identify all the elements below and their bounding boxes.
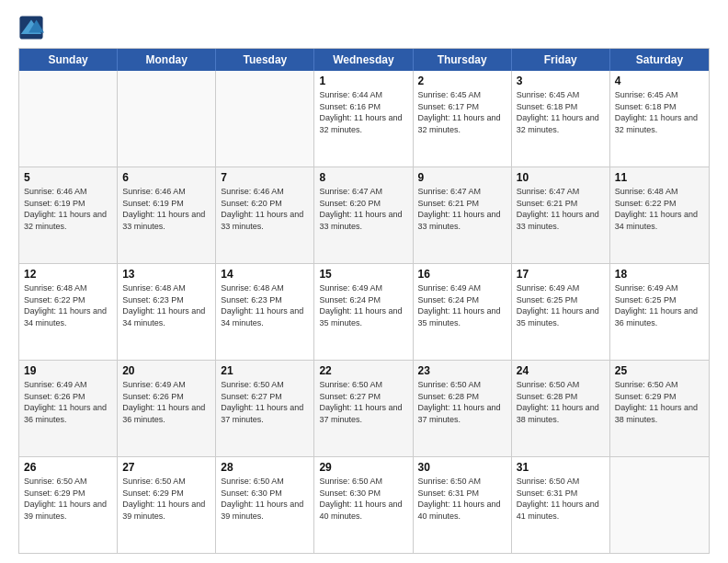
calendar-cell-day-30: 30Sunrise: 6:50 AM Sunset: 6:31 PM Dayli… (414, 457, 512, 553)
header-day-wednesday: Wednesday (314, 49, 413, 71)
cell-info: Sunrise: 6:49 AM Sunset: 6:24 PM Dayligh… (319, 282, 407, 328)
calendar-cell-day-4: 4Sunrise: 6:45 AM Sunset: 6:18 PM Daylig… (610, 71, 709, 167)
calendar-cell-day-20: 20Sunrise: 6:49 AM Sunset: 6:26 PM Dayli… (118, 361, 216, 456)
day-number: 26 (24, 461, 112, 474)
calendar-cell-empty (610, 457, 709, 553)
day-number: 25 (615, 364, 704, 377)
cell-info: Sunrise: 6:50 AM Sunset: 6:27 PM Dayligh… (319, 379, 407, 425)
day-number: 15 (319, 268, 407, 281)
cell-info: Sunrise: 6:50 AM Sunset: 6:29 PM Dayligh… (615, 379, 704, 425)
cell-info: Sunrise: 6:50 AM Sunset: 6:29 PM Dayligh… (24, 476, 112, 522)
day-number: 24 (517, 364, 605, 377)
cell-info: Sunrise: 6:50 AM Sunset: 6:29 PM Dayligh… (122, 476, 210, 522)
cell-info: Sunrise: 6:49 AM Sunset: 6:25 PM Dayligh… (517, 282, 605, 328)
calendar-cell-day-29: 29Sunrise: 6:50 AM Sunset: 6:30 PM Dayli… (314, 457, 413, 553)
calendar-cell-empty (216, 71, 314, 167)
calendar-cell-day-5: 5Sunrise: 6:46 AM Sunset: 6:19 PM Daylig… (19, 167, 118, 263)
calendar-cell-day-8: 8Sunrise: 6:47 AM Sunset: 6:20 PM Daylig… (314, 167, 413, 263)
header-day-saturday: Saturday (610, 49, 709, 71)
header-day-friday: Friday (512, 49, 610, 71)
calendar-cell-day-19: 19Sunrise: 6:49 AM Sunset: 6:26 PM Dayli… (19, 361, 118, 456)
calendar-cell-day-14: 14Sunrise: 6:48 AM Sunset: 6:23 PM Dayli… (216, 264, 314, 360)
day-number: 30 (418, 461, 506, 474)
cell-info: Sunrise: 6:50 AM Sunset: 6:27 PM Dayligh… (221, 379, 309, 425)
day-number: 17 (517, 268, 605, 281)
day-number: 16 (418, 268, 506, 281)
day-number: 14 (221, 268, 309, 281)
cell-info: Sunrise: 6:44 AM Sunset: 6:16 PM Dayligh… (319, 89, 407, 135)
calendar-row-4: 26Sunrise: 6:50 AM Sunset: 6:29 PM Dayli… (19, 456, 709, 553)
day-number: 9 (418, 171, 506, 184)
logo (18, 15, 46, 40)
calendar-cell-day-12: 12Sunrise: 6:48 AM Sunset: 6:22 PM Dayli… (19, 264, 118, 360)
day-number: 23 (418, 364, 506, 377)
cell-info: Sunrise: 6:49 AM Sunset: 6:25 PM Dayligh… (615, 282, 704, 328)
calendar-cell-day-11: 11Sunrise: 6:48 AM Sunset: 6:22 PM Dayli… (610, 167, 709, 263)
day-number: 8 (319, 171, 407, 184)
calendar-cell-empty (118, 71, 216, 167)
calendar-cell-day-18: 18Sunrise: 6:49 AM Sunset: 6:25 PM Dayli… (610, 264, 709, 360)
cell-info: Sunrise: 6:50 AM Sunset: 6:28 PM Dayligh… (517, 379, 605, 425)
day-number: 28 (221, 461, 309, 474)
day-number: 4 (615, 75, 704, 87)
calendar-cell-day-6: 6Sunrise: 6:46 AM Sunset: 6:19 PM Daylig… (118, 167, 216, 263)
day-number: 10 (517, 171, 605, 184)
cell-info: Sunrise: 6:48 AM Sunset: 6:22 PM Dayligh… (24, 282, 112, 328)
cell-info: Sunrise: 6:49 AM Sunset: 6:26 PM Dayligh… (122, 379, 210, 425)
calendar-cell-day-27: 27Sunrise: 6:50 AM Sunset: 6:29 PM Dayli… (118, 457, 216, 553)
day-number: 3 (517, 75, 605, 87)
cell-info: Sunrise: 6:47 AM Sunset: 6:21 PM Dayligh… (418, 186, 506, 232)
cell-info: Sunrise: 6:46 AM Sunset: 6:19 PM Dayligh… (122, 186, 210, 232)
day-number: 27 (122, 461, 210, 474)
calendar-row-1: 5Sunrise: 6:46 AM Sunset: 6:19 PM Daylig… (19, 167, 709, 263)
day-number: 2 (418, 75, 506, 87)
day-number: 11 (615, 171, 704, 184)
day-number: 18 (615, 268, 704, 281)
header (18, 15, 710, 40)
cell-info: Sunrise: 6:50 AM Sunset: 6:28 PM Dayligh… (418, 379, 506, 425)
calendar-cell-day-28: 28Sunrise: 6:50 AM Sunset: 6:30 PM Dayli… (216, 457, 314, 553)
header-day-sunday: Sunday (19, 49, 118, 71)
header-day-monday: Monday (118, 49, 216, 71)
cell-info: Sunrise: 6:45 AM Sunset: 6:17 PM Dayligh… (418, 89, 506, 135)
calendar-row-3: 19Sunrise: 6:49 AM Sunset: 6:26 PM Dayli… (19, 360, 709, 456)
calendar-cell-day-22: 22Sunrise: 6:50 AM Sunset: 6:27 PM Dayli… (314, 361, 413, 456)
calendar-cell-day-10: 10Sunrise: 6:47 AM Sunset: 6:21 PM Dayli… (512, 167, 610, 263)
calendar-cell-day-21: 21Sunrise: 6:50 AM Sunset: 6:27 PM Dayli… (216, 361, 314, 456)
day-number: 7 (221, 171, 309, 184)
cell-info: Sunrise: 6:45 AM Sunset: 6:18 PM Dayligh… (517, 89, 605, 135)
calendar-cell-day-31: 31Sunrise: 6:50 AM Sunset: 6:31 PM Dayli… (512, 457, 610, 553)
calendar-cell-day-23: 23Sunrise: 6:50 AM Sunset: 6:28 PM Dayli… (414, 361, 512, 456)
day-number: 5 (24, 171, 112, 184)
calendar-cell-day-26: 26Sunrise: 6:50 AM Sunset: 6:29 PM Dayli… (19, 457, 118, 553)
cell-info: Sunrise: 6:48 AM Sunset: 6:23 PM Dayligh… (122, 282, 210, 328)
cell-info: Sunrise: 6:50 AM Sunset: 6:30 PM Dayligh… (319, 476, 407, 522)
cell-info: Sunrise: 6:48 AM Sunset: 6:22 PM Dayligh… (615, 186, 704, 232)
day-number: 19 (24, 364, 112, 377)
day-number: 31 (517, 461, 605, 474)
cell-info: Sunrise: 6:50 AM Sunset: 6:31 PM Dayligh… (517, 476, 605, 522)
cell-info: Sunrise: 6:47 AM Sunset: 6:20 PM Dayligh… (319, 186, 407, 232)
calendar-row-2: 12Sunrise: 6:48 AM Sunset: 6:22 PM Dayli… (19, 263, 709, 360)
day-number: 13 (122, 268, 210, 281)
calendar: SundayMondayTuesdayWednesdayThursdayFrid… (18, 48, 710, 554)
calendar-cell-day-2: 2Sunrise: 6:45 AM Sunset: 6:17 PM Daylig… (414, 71, 512, 167)
calendar-cell-day-24: 24Sunrise: 6:50 AM Sunset: 6:28 PM Dayli… (512, 361, 610, 456)
logo-icon (18, 15, 44, 40)
cell-info: Sunrise: 6:50 AM Sunset: 6:31 PM Dayligh… (418, 476, 506, 522)
calendar-cell-empty (19, 71, 118, 167)
calendar-cell-day-1: 1Sunrise: 6:44 AM Sunset: 6:16 PM Daylig… (314, 71, 413, 167)
calendar-cell-day-17: 17Sunrise: 6:49 AM Sunset: 6:25 PM Dayli… (512, 264, 610, 360)
calendar-body: 1Sunrise: 6:44 AM Sunset: 6:16 PM Daylig… (19, 71, 709, 553)
calendar-cell-day-3: 3Sunrise: 6:45 AM Sunset: 6:18 PM Daylig… (512, 71, 610, 167)
cell-info: Sunrise: 6:47 AM Sunset: 6:21 PM Dayligh… (517, 186, 605, 232)
day-number: 12 (24, 268, 112, 281)
cell-info: Sunrise: 6:49 AM Sunset: 6:26 PM Dayligh… (24, 379, 112, 425)
calendar-cell-day-25: 25Sunrise: 6:50 AM Sunset: 6:29 PM Dayli… (610, 361, 709, 456)
cell-info: Sunrise: 6:48 AM Sunset: 6:23 PM Dayligh… (221, 282, 309, 328)
calendar-cell-day-16: 16Sunrise: 6:49 AM Sunset: 6:24 PM Dayli… (414, 264, 512, 360)
calendar-cell-day-13: 13Sunrise: 6:48 AM Sunset: 6:23 PM Dayli… (118, 264, 216, 360)
page: SundayMondayTuesdayWednesdayThursdayFrid… (0, 0, 728, 563)
day-number: 22 (319, 364, 407, 377)
cell-info: Sunrise: 6:46 AM Sunset: 6:19 PM Dayligh… (24, 186, 112, 232)
